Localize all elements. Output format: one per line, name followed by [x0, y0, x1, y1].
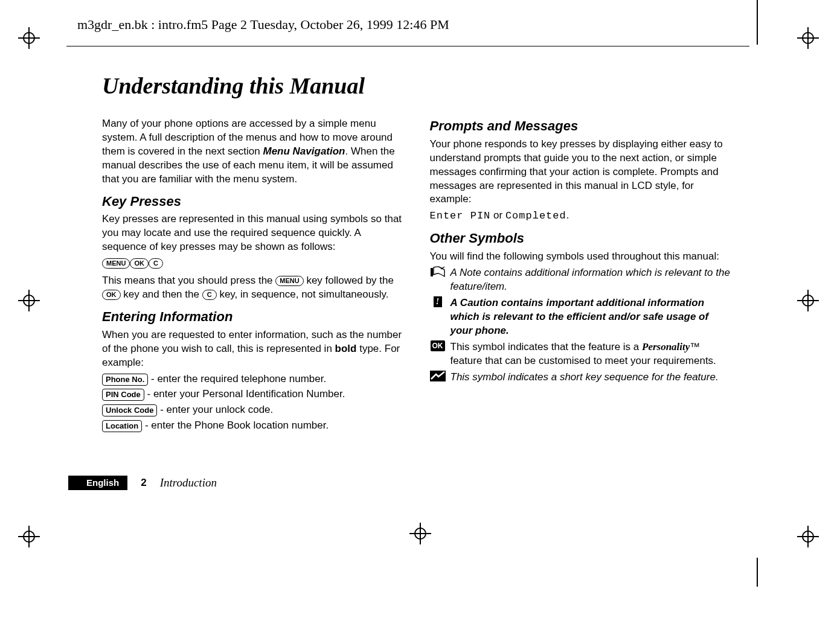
caution-symbol-row: ! A Caution contains important additiona…: [430, 296, 731, 338]
entry-line: Unlock Code - enter your unlock code.: [102, 403, 403, 417]
prompts-paragraph: Your phone responds to key presses by di…: [430, 138, 731, 207]
entry-desc: - enter your Personal Identification Num…: [144, 388, 345, 400]
c-key-icon: C: [202, 290, 217, 300]
key-sequence-explanation: This means that you should press the MEN…: [102, 274, 403, 302]
seq-text-2: key followed by the: [304, 275, 394, 286]
menu-navigation-ref: Menu Navigation: [263, 145, 345, 157]
seq-text-4: key, in sequence, not simultaneously.: [217, 289, 389, 300]
registration-mark: [797, 526, 819, 547]
section-name: Introduction: [160, 476, 217, 490]
ok-text-2: feature that can be customised to meet y…: [450, 355, 716, 366]
bold-word: bold: [335, 343, 357, 354]
crop-tick: [757, 558, 758, 587]
registration-mark: [797, 290, 819, 311]
note-icon: [430, 266, 446, 294]
personality-word: Personality: [642, 341, 690, 352]
personality-ok-icon: OK: [430, 340, 446, 368]
page-number: 2: [141, 477, 146, 489]
left-column: Many of your phone options are accessed …: [102, 117, 403, 435]
lcd-or: or: [490, 209, 505, 221]
intro-paragraph: Many of your phone options are accessed …: [102, 117, 403, 187]
page-title: Understanding this Manual: [102, 72, 730, 99]
other-symbols-intro: You will find the following symbols used…: [430, 250, 731, 264]
entry-line: Location - enter the Phone Book location…: [102, 419, 403, 433]
personality-text: This symbol indicates that the feature i…: [450, 340, 731, 368]
caution-bang-icon: !: [434, 296, 442, 307]
registration-mark: [797, 27, 819, 49]
shortcut-symbol-row: This symbol indicates a short key sequen…: [430, 371, 731, 384]
unlock-code-label: Unlock Code: [102, 404, 157, 416]
entry-line: PIN Code - enter your Personal Identific…: [102, 387, 403, 401]
ok-text-1: This symbol indicates that the feature i…: [450, 341, 643, 352]
key-presses-paragraph: Key presses are represented in this manu…: [102, 212, 403, 254]
registration-mark: [18, 27, 40, 49]
note-text: A Note contains additional information w…: [450, 266, 731, 294]
ok-key-icon: OK: [102, 290, 121, 300]
menu-key-icon: MENU: [102, 258, 130, 269]
location-label: Location: [102, 420, 142, 432]
header-rule: [66, 46, 749, 46]
caution-icon: !: [430, 296, 446, 338]
lcd-text: Completed: [505, 210, 566, 222]
heading-other-symbols: Other Symbols: [430, 229, 731, 247]
personality-symbol-row: OK This symbol indicates that the featur…: [430, 340, 731, 368]
registration-mark: [18, 526, 40, 547]
c-key-icon: C: [149, 258, 163, 269]
lcd-example: Enter PIN or Completed.: [430, 209, 731, 223]
heading-key-presses: Key Presses: [102, 193, 403, 211]
page-footer: English 2 Introduction: [68, 476, 431, 490]
caution-text: A Caution contains important additional …: [450, 296, 731, 338]
entry-line: Phone No. - enter the required telephone…: [102, 372, 403, 386]
running-header: m3gdr_en.bk : intro.fm5 Page 2 Tuesday, …: [77, 17, 449, 33]
entry-desc: - enter the Phone Book location number.: [142, 419, 329, 431]
entry-desc: - enter the required telephone number.: [148, 373, 326, 384]
svg-rect-21: [431, 268, 433, 276]
entering-paragraph: When you are requested to enter informat…: [102, 328, 403, 370]
right-column: Prompts and Messages Your phone responds…: [430, 117, 731, 435]
entry-desc: - enter your unlock code.: [157, 404, 273, 415]
ok-key-icon: OK: [130, 258, 149, 269]
registration-mark: [18, 290, 40, 311]
registration-mark: [409, 523, 431, 544]
phone-no-label: Phone No.: [102, 374, 148, 386]
pin-code-label: PIN Code: [102, 389, 144, 401]
heading-entering-information: Entering Information: [102, 308, 403, 326]
shortcut-text: This symbol indicates a short key sequen…: [450, 371, 731, 384]
seq-text-3: key and then the: [121, 289, 202, 300]
shortcut-icon: [430, 371, 446, 384]
heading-prompts-messages: Prompts and Messages: [430, 117, 731, 135]
trademark: ™: [690, 341, 700, 352]
note-symbol-row: A Note contains additional information w…: [430, 266, 731, 294]
ok-badge-icon: OK: [431, 340, 445, 351]
seq-text-1: This means that you should press the: [102, 275, 275, 286]
language-label: English: [68, 476, 127, 490]
key-sequence-example: MENUOKC: [102, 257, 403, 270]
lcd-text: Enter PIN: [430, 210, 491, 222]
menu-key-icon: MENU: [275, 276, 303, 286]
lcd-period: .: [566, 209, 569, 221]
crop-tick: [757, 0, 758, 45]
